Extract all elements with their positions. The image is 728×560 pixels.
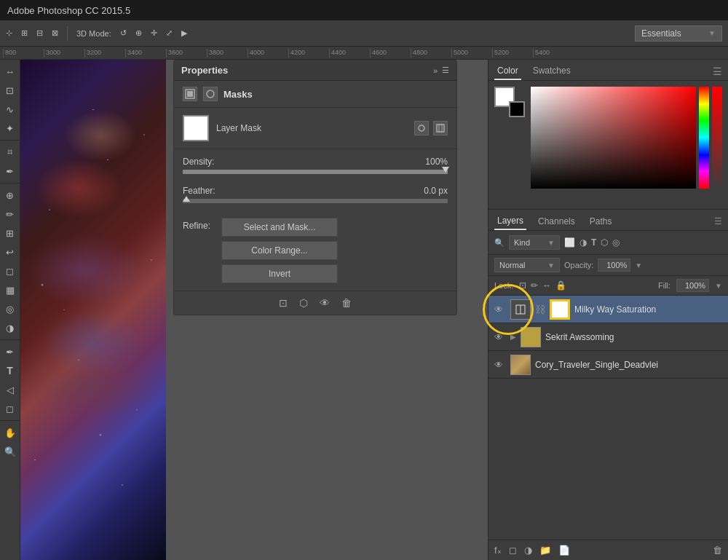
blend-mode-dropdown[interactable]: Normal ▼ [494,258,560,272]
tool-crop[interactable]: ⌗ [1,143,19,161]
title-bar: Adobe Photoshop CC 2015.5 [0,0,728,20]
properties-title: Properties [181,65,228,76]
mask-circle-icon[interactable] [414,121,429,135]
filter-adjustment-icon[interactable]: ◑ [579,237,587,248]
tool-hand[interactable]: ✋ [1,424,19,441]
color-range-button[interactable]: Color Range... [221,241,338,260]
tool4[interactable]: ⊠ [52,28,58,38]
tool-text[interactable]: T [1,362,19,379]
tool-eyedropper[interactable]: ✒ [1,162,19,180]
chevron-down-icon: ▼ [708,29,716,37]
3d-scale[interactable]: ⤢ [166,28,173,38]
add-group-icon[interactable]: 📁 [539,545,551,556]
tab-channels[interactable]: Channels [535,213,578,229]
tool-eraser[interactable]: ◻ [1,262,19,280]
lock-transparent-icon[interactable]: ⊡ [519,280,526,291]
opacity-chevron-icon[interactable]: ▼ [635,261,642,269]
tool-stamp[interactable]: ⊞ [1,224,19,242]
main-toolbar: ⊹ ⊞ ⊟ ⊠ 3D Mode: ↺ ⊕ ✛ ⤢ ▶ Essentials ▼ [0,20,728,47]
add-adjustment-icon[interactable]: ◑ [524,545,532,556]
layer-mask-thumbnail-milkyway[interactable] [550,299,570,320]
layers-menu-icon[interactable]: ☰ [714,216,722,226]
tool-shape[interactable]: ◻ [1,400,19,417]
color-panel-menu-icon[interactable]: ☰ [713,66,722,77]
pixel-mask-icon[interactable] [183,87,197,101]
lock-image-icon[interactable]: ✏ [531,280,538,291]
layer-visibility-icon[interactable]: 👁 [494,332,506,342]
opacity-input[interactable]: 100% [598,259,630,272]
layer-visibility-icon[interactable]: 👁 [494,360,506,370]
lock-all-icon[interactable]: 🔒 [555,280,566,291]
tool-move[interactable]: ↔ [1,63,19,80]
add-mask-icon[interactable]: ◻ [509,545,517,556]
3d-move3d[interactable]: ✛ [151,28,157,38]
3d-video[interactable]: ▶ [181,28,187,38]
tool-blur[interactable]: ◎ [1,300,19,318]
visibility-icon[interactable]: 👁 [320,297,330,309]
lock-row: Lock: ⊡ ✏ ↔ 🔒 Fill: 100% ▼ [488,276,728,296]
tool-gradient[interactable]: ▦ [1,281,19,299]
background-color[interactable] [509,101,525,117]
properties-panel: Properties » ☰ [173,60,457,315]
ruler-mark: 4000 [248,49,288,58]
kind-dropdown[interactable]: Kind ▼ [509,235,560,250]
tool3[interactable]: ⊟ [36,28,43,38]
delete-layer-icon[interactable]: 🗑 [713,545,722,556]
tool-zoom[interactable]: 🔍 [1,443,19,460]
ruler-mark: 4800 [411,49,451,58]
tab-color[interactable]: Color [494,63,521,80]
essentials-dropdown[interactable]: Essentials ▼ [635,25,722,42]
color-gradient-field[interactable] [531,87,696,189]
filter-text-icon[interactable]: T [591,237,596,248]
feather-slider[interactable] [183,199,448,203]
tool-dodge[interactable]: ◑ [1,319,19,336]
vector-mask-icon[interactable] [203,87,218,101]
select-and-mask-button[interactable]: Select and Mask... [221,218,338,237]
layer-visibility-icon[interactable]: 👁 [494,304,506,315]
invert-button[interactable]: Invert [221,264,338,283]
filter-shape-icon[interactable]: ⬡ [601,237,608,248]
layer-name: Cory_Traveler_Single_Deadvlei [535,360,658,370]
mask-thumbnail [183,115,209,141]
3d-pan[interactable]: ⊕ [135,28,142,38]
density-slider[interactable] [183,170,448,174]
filter-smart-icon[interactable]: ◎ [612,237,620,248]
ruler-mark: 5400 [533,49,574,58]
refine-mask-icon[interactable]: ⬡ [299,297,308,309]
tool-wand[interactable]: ✦ [1,119,19,137]
selection-icon[interactable]: ⊡ [279,297,288,309]
add-layer-style-icon[interactable]: fₓ [494,545,502,556]
delete-icon[interactable]: 🗑 [341,297,352,309]
expand-icon[interactable]: » [433,66,438,75]
tool-select[interactable]: ⊡ [1,82,19,99]
menu-icon[interactable]: ☰ [442,66,449,75]
tool2[interactable]: ⊞ [21,28,28,38]
tool-lasso[interactable]: ∿ [1,100,19,118]
tool-pen[interactable]: ✒ [1,343,19,360]
3d-mode-label: 3D Mode: [76,29,111,38]
fill-chevron-icon[interactable]: ▼ [715,282,722,290]
layer-expand-icon[interactable]: ▶ [510,333,516,341]
add-layer-icon[interactable]: 📄 [558,545,570,556]
tool-heal[interactable]: ⊕ [1,186,19,204]
svg-point-3 [419,125,424,131]
svg-point-2 [207,90,214,98]
layer-item-milkyway[interactable]: 👁 ⛓ Milky Way Saturation [488,296,728,323]
fill-input[interactable]: 100% [676,279,709,292]
tool-brush[interactable]: ✏ [1,205,19,223]
left-sidebar: ↔ ⊡ ∿ ✦ ⌗ ✒ ⊕ ✏ ⊞ ↩ ◻ ▦ ◎ ◑ ✒ T ◁ ◻ ✋ 🔍 [0,60,20,560]
tab-swatches[interactable]: Swatches [530,63,574,80]
3d-rotate[interactable]: ↺ [120,28,127,38]
lock-position-icon[interactable]: ↔ [542,280,551,291]
move-tool[interactable]: ⊹ [6,28,12,38]
hue-strip[interactable] [699,87,709,189]
tab-paths[interactable]: Paths [587,213,615,229]
layer-item-sekrit[interactable]: 👁 ▶ Sekrit Awssoming [488,323,728,351]
layer-item-cory[interactable]: 👁 Cory_Traveler_Single_Deadvlei [488,351,728,379]
tab-layers[interactable]: Layers [494,213,526,230]
tool-path-select[interactable]: ◁ [1,381,19,398]
mask-frame-icon[interactable] [433,121,448,135]
tool-history-brush[interactable]: ↩ [1,243,19,261]
filter-pixel-icon[interactable]: ⬜ [564,237,575,248]
opacity-strip[interactable] [712,87,722,189]
